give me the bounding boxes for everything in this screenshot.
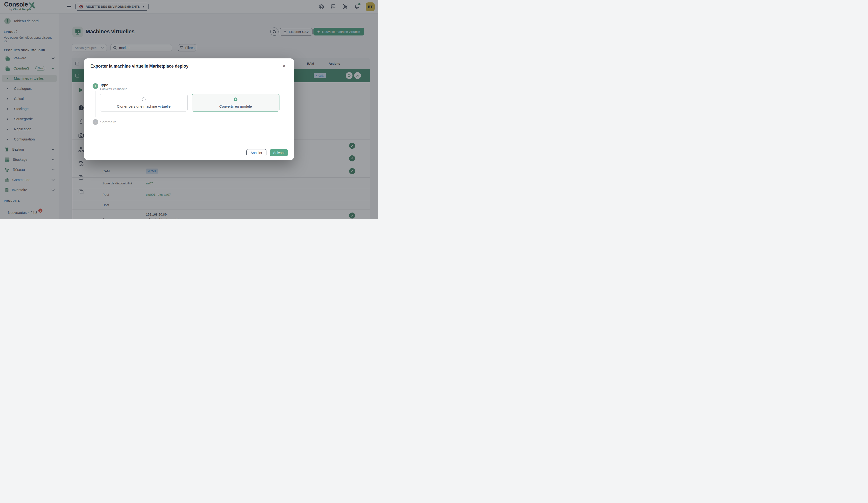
step-1-number: 1 xyxy=(93,83,98,89)
step-connector xyxy=(95,91,95,117)
modal-title: Exporter la machine virtuelle Marketplac… xyxy=(90,64,188,69)
option-convert-template[interactable]: Convertir en modèle xyxy=(192,94,279,111)
modal-footer-divider xyxy=(84,144,294,144)
close-icon[interactable]: ✕ xyxy=(282,64,286,68)
cancel-button[interactable]: Annuler xyxy=(246,149,267,156)
option-clone-vm[interactable]: Cloner vers une machine virtuelle xyxy=(100,94,188,111)
step-2-number: 2 xyxy=(93,119,98,125)
step-1-title: Type xyxy=(100,83,108,87)
modal-divider xyxy=(84,75,294,75)
option-label: Convertir en modèle xyxy=(192,104,279,108)
radio-selected-icon[interactable] xyxy=(234,98,238,101)
step-2-title: Sommaire xyxy=(100,120,116,124)
radio-unselected-icon[interactable] xyxy=(142,98,146,101)
option-label: Cloner vers une machine virtuelle xyxy=(100,104,187,108)
next-button[interactable]: Suivant xyxy=(270,149,288,156)
step-1-subtitle: Convertir en modèle xyxy=(100,87,127,91)
export-vm-modal: Exporter la machine virtuelle Marketplac… xyxy=(84,58,294,160)
